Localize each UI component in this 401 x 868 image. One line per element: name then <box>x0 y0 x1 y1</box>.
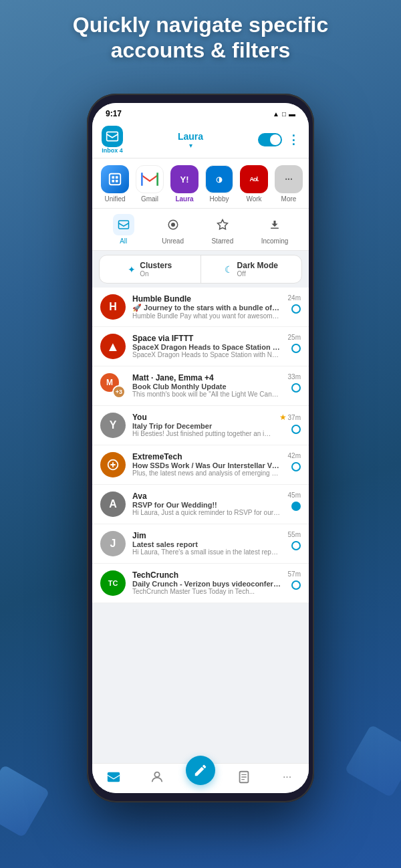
nav-contacts[interactable] <box>136 769 179 785</box>
email-sender: Space via IFTTT <box>132 334 281 343</box>
incoming-filter-icon <box>264 214 285 235</box>
more-accounts-icon: ··· <box>275 165 303 193</box>
avatar: TC <box>100 570 126 596</box>
email-sender: You <box>132 413 273 422</box>
svg-rect-8 <box>156 173 158 186</box>
unread-dot <box>291 541 301 550</box>
status-bar: 9:17 ▲ □ ▬ <box>92 103 309 122</box>
email-sender: ExtremeTech <box>132 452 281 461</box>
unread-dot <box>291 304 301 314</box>
account-hobby[interactable]: ◑ Hobby <box>203 165 235 203</box>
status-icons: ▲ □ ▬ <box>273 110 295 118</box>
work-label: Work <box>246 195 261 203</box>
email-time: 24m <box>288 294 301 302</box>
gmail-icon <box>136 165 164 193</box>
dark-mode-label: Dark Mode <box>237 261 278 270</box>
all-filter-icon <box>113 214 134 235</box>
email-subject: Book Club Monthly Update <box>132 383 281 391</box>
email-item[interactable]: M +3 Matt · Jane, Emma +4 Book Club Mont… <box>92 366 309 406</box>
more-menu-button[interactable]: ⋮ <box>287 132 299 147</box>
top-bar: Inbox 4 Laura ▾ ⋮ <box>92 122 309 158</box>
star-icon: ★ <box>279 413 287 422</box>
email-preview: Hi Laura, Just a quick reminder to RSVP … <box>132 509 281 516</box>
clusters-toggle[interactable]: ✦ Clusters On <box>100 255 201 283</box>
account-more[interactable]: ··· More <box>273 165 305 203</box>
svg-rect-14 <box>108 772 120 782</box>
unified-icon <box>101 165 129 193</box>
avatar: Y <box>100 413 126 438</box>
unread-dot <box>291 462 301 471</box>
nav-inbox[interactable] <box>92 769 136 785</box>
toggle-switch[interactable] <box>258 133 282 146</box>
email-item[interactable]: TC TechCrunch Daily Crunch - Verizon buy… <box>92 564 309 603</box>
email-time: 25m <box>288 334 301 341</box>
header-line1: Quickly navigate specific <box>20 12 381 37</box>
unread-dot <box>291 383 301 393</box>
moon-icon: ☾ <box>225 264 233 275</box>
filter-unread[interactable]: Unread <box>162 214 184 245</box>
chevron-down-icon: ▾ <box>130 142 251 149</box>
gmail-label: Gmail <box>141 195 158 203</box>
email-sender: TechCrunch <box>132 570 281 580</box>
filter-bar: All Unread <box>92 209 309 251</box>
account-laura[interactable]: Y! Laura <box>168 165 200 203</box>
tasks-nav-icon <box>236 769 252 785</box>
nav-tasks[interactable] <box>222 769 265 785</box>
account-selector-btn[interactable]: Laura ▾ <box>130 131 251 149</box>
nav-more[interactable]: ··· <box>265 769 309 785</box>
account-unified[interactable]: Unified <box>99 165 131 203</box>
avatar: H <box>100 294 126 320</box>
inbox-icon[interactable] <box>102 126 123 147</box>
email-time: 55m <box>288 531 301 538</box>
account-gmail[interactable]: Gmail <box>134 165 166 203</box>
email-sender: Ava <box>132 492 281 501</box>
unread-dot <box>291 580 301 590</box>
email-time: 45m <box>288 492 301 499</box>
svg-rect-2 <box>112 176 114 179</box>
email-preview: Humble Bundle Pay what you want for awes… <box>132 312 281 320</box>
unread-filter-icon <box>162 214 184 235</box>
email-subject: 🚀 Journey to the stars with a bundle of … <box>132 304 281 312</box>
unread-dot <box>291 425 301 434</box>
toggle-controls: ⋮ <box>258 132 299 147</box>
email-item[interactable]: H Humble Bundle 🚀 Journey to the stars w… <box>92 288 309 327</box>
email-preview: Hi Besties! Just finished putting togeth… <box>132 430 273 437</box>
battery-icon: ▬ <box>289 110 295 118</box>
inbox-badge: Inbox 4 <box>102 147 123 154</box>
email-meta: 33m <box>288 373 301 393</box>
clusters-state: On <box>140 270 172 278</box>
starred-filter-icon <box>212 214 233 235</box>
unread-dot <box>291 344 301 353</box>
unified-label: Unified <box>104 195 125 203</box>
email-content: You Italy Trip for December Hi Besties! … <box>132 413 273 437</box>
email-content: ExtremeTech How SSDs Work / Was Our Inte… <box>132 452 281 477</box>
more-label: More <box>281 195 297 203</box>
email-item[interactable]: A Ava RSVP for Our Wedding!! Hi Laura, J… <box>92 485 309 524</box>
email-item[interactable]: ▲ Space via IFTTT SpaceX Dragon Heads to… <box>92 327 309 366</box>
deco-shape-2 <box>344 724 401 797</box>
svg-rect-4 <box>112 180 114 183</box>
account-work[interactable]: Aol. Work <box>238 165 270 203</box>
dark-mode-toggle[interactable]: ☾ Dark Mode Off <box>201 255 302 283</box>
email-subject: Italy Trip for December <box>132 422 273 430</box>
inbox-section: Inbox 4 <box>102 126 123 154</box>
avatar-multi: M +3 <box>100 373 126 399</box>
svg-rect-9 <box>118 221 128 229</box>
email-subject: SpaceX Dragon Heads to Space Station wit… <box>132 343 281 351</box>
feature-toggles: ✦ Clusters On ☾ Dark Mode Off <box>99 255 302 284</box>
svg-rect-5 <box>116 180 118 183</box>
filter-incoming[interactable]: Incoming <box>261 214 289 245</box>
email-meta: 42m <box>288 452 301 471</box>
filter-starred[interactable]: Starred <box>211 214 233 245</box>
inbox-nav-icon <box>106 769 122 785</box>
email-item[interactable]: J Jim Latest sales report Hi Laura, Ther… <box>92 524 309 564</box>
email-list: H Humble Bundle 🚀 Journey to the stars w… <box>92 288 309 763</box>
email-sender: Jim <box>132 531 281 540</box>
laura-icon: Y! <box>170 165 198 193</box>
email-item[interactable]: ExtremeTech How SSDs Work / Was Our Inte… <box>92 445 309 485</box>
email-item[interactable]: Y You Italy Trip for December Hi Besties… <box>92 406 309 445</box>
filter-all[interactable]: All <box>113 214 134 245</box>
email-preview: SpaceX Dragon Heads to Space Station wit… <box>132 351 281 358</box>
nav-compose[interactable] <box>179 769 223 785</box>
svg-rect-3 <box>116 176 118 179</box>
